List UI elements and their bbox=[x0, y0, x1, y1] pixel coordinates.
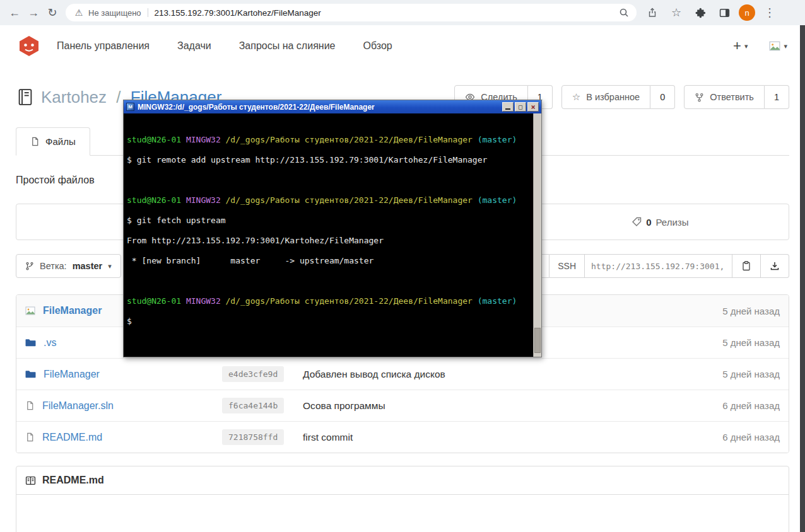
profile-avatar[interactable]: n bbox=[739, 4, 755, 21]
gogs-nav-right: + ▾ ▾ bbox=[733, 38, 787, 54]
security-label: Не защищено bbox=[88, 8, 141, 18]
address-divider bbox=[148, 8, 148, 17]
terminal-command: $ git fetch upstream bbox=[127, 216, 530, 226]
releases-label: Релизы bbox=[656, 217, 689, 228]
terminal-scrollbar[interactable] bbox=[533, 113, 541, 357]
share-icon[interactable] bbox=[643, 3, 662, 22]
file-link[interactable]: README.md bbox=[42, 432, 102, 443]
tag-icon bbox=[632, 217, 642, 227]
file-link[interactable]: FileManager bbox=[44, 369, 100, 380]
zoom-icon[interactable] bbox=[619, 8, 629, 18]
tab-files[interactable]: Файлы bbox=[16, 127, 90, 156]
side-panel-icon[interactable] bbox=[715, 3, 734, 22]
chevron-down-icon: ▾ bbox=[108, 262, 112, 270]
readme-title: README.md bbox=[42, 475, 104, 486]
copy-url-button[interactable] bbox=[732, 254, 761, 278]
star-group: ☆ В избранное 0 bbox=[561, 85, 675, 109]
commit-hash[interactable]: 7218758ffd bbox=[222, 429, 284, 445]
releases-count: 0 bbox=[646, 217, 651, 228]
file-link[interactable]: FileManager.sln bbox=[42, 400, 114, 412]
commit-hash[interactable]: e4de3cfe9d bbox=[222, 366, 284, 382]
clone-url-input[interactable] bbox=[585, 254, 732, 278]
commit-message[interactable]: Осова программы bbox=[303, 400, 385, 411]
restore-icon: □ bbox=[519, 104, 522, 110]
terminal-titlebar[interactable]: M MINGW32:/d/_gogs/Работы студентов/2021… bbox=[124, 100, 541, 113]
refresh-icon[interactable]: ↻ bbox=[43, 3, 62, 22]
forward-icon[interactable]: → bbox=[24, 3, 43, 22]
file-age: 5 дней назад bbox=[722, 337, 780, 348]
download-button[interactable] bbox=[761, 254, 789, 278]
terminal-scrollbar-thumb[interactable] bbox=[534, 328, 541, 353]
nav-issues[interactable]: Задачи bbox=[177, 40, 211, 52]
branch-label: Ветка: bbox=[40, 261, 67, 271]
plus-icon: + bbox=[733, 38, 741, 54]
star-button[interactable]: ☆ В избранное bbox=[561, 85, 650, 109]
terminal-output[interactable]: stud@N26-01 MINGW32 /d/_gogs/Работы студ… bbox=[124, 113, 541, 357]
fork-group: Ответвить 1 bbox=[684, 85, 789, 109]
ssh-protocol-button[interactable]: SSH bbox=[549, 254, 585, 278]
fork-count[interactable]: 1 bbox=[765, 85, 789, 109]
folder-icon bbox=[25, 337, 36, 348]
minimize-icon bbox=[505, 108, 510, 110]
terminal-command: $ git remote add upstream http://213.155… bbox=[127, 155, 530, 165]
star-icon: ☆ bbox=[572, 91, 580, 103]
new-repo-dropdown[interactable]: + ▾ bbox=[733, 38, 748, 54]
commit-message[interactable]: Добавлен вывод списка дисков bbox=[303, 369, 445, 379]
page-scrollbar[interactable] bbox=[800, 25, 805, 532]
readme-header: README.md bbox=[16, 466, 789, 495]
branch-selector[interactable]: Ветка: master ▾ bbox=[16, 254, 121, 278]
table-row: FileManager e4de3cfe9d Добавлен вывод сп… bbox=[16, 358, 789, 390]
file-age: 6 дней назад bbox=[722, 400, 780, 411]
file-link[interactable]: .vs bbox=[44, 337, 56, 349]
browser-menu-icon[interactable]: ⋮ bbox=[760, 3, 779, 22]
nav-pulls[interactable]: Запросы на слияние bbox=[239, 40, 336, 52]
table-row: FileManager.sln f6ca4e144b Осова програм… bbox=[16, 390, 789, 421]
nav-explore[interactable]: Обзор bbox=[363, 40, 392, 52]
terminal-blank-line bbox=[127, 276, 530, 286]
terminal-output-line: * [new branch] master -> upstream/master bbox=[127, 256, 530, 266]
fork-label: Ответвить bbox=[710, 92, 754, 102]
minimize-button[interactable] bbox=[502, 102, 514, 112]
repo-owner-link[interactable]: Kartohez bbox=[41, 88, 107, 107]
commit-message[interactable]: first commit bbox=[303, 432, 353, 442]
releases-stat[interactable]: 0 Релизы bbox=[531, 204, 789, 240]
terminal-prompt-line: stud@N26-01 MINGW32 /d/_gogs/Работы студ… bbox=[127, 296, 530, 306]
table-row: README.md 7218758ffd first commit 6 дней… bbox=[16, 421, 789, 453]
extensions-puzzle-icon[interactable] bbox=[691, 3, 710, 22]
breadcrumb-separator: / bbox=[116, 88, 120, 107]
mingw-terminal-window[interactable]: M MINGW32:/d/_gogs/Работы студентов/2021… bbox=[123, 100, 542, 357]
file-icon bbox=[25, 432, 35, 442]
gogs-logo[interactable] bbox=[18, 35, 40, 57]
terminal-window-controls: □ × bbox=[502, 102, 539, 112]
latest-commit-link[interactable]: FileManager bbox=[43, 305, 102, 316]
fork-icon bbox=[695, 93, 704, 102]
url-text[interactable]: 213.155.192.79:3001/Kartohez/FileManager bbox=[155, 8, 321, 18]
fork-button[interactable]: Ответвить bbox=[684, 85, 765, 109]
committer-avatar-broken-image-icon bbox=[25, 306, 35, 316]
file-icon bbox=[25, 401, 35, 410]
latest-commit-age: 5 дней назад bbox=[722, 306, 780, 316]
user-menu[interactable]: ▾ bbox=[769, 40, 787, 52]
bookmark-star-icon[interactable]: ☆ bbox=[667, 3, 686, 22]
close-icon: × bbox=[531, 103, 535, 111]
warning-icon: ⚠ bbox=[73, 7, 85, 18]
user-avatar-broken-image-icon bbox=[769, 40, 780, 52]
close-button[interactable]: × bbox=[527, 102, 539, 112]
branch-name: master bbox=[73, 261, 103, 271]
restore-button[interactable]: □ bbox=[515, 102, 526, 112]
terminal-title: MINGW32:/d/_gogs/Работы студентов/2021-2… bbox=[138, 103, 375, 112]
folder-icon bbox=[25, 369, 36, 379]
star-label: В избранное bbox=[586, 92, 640, 102]
nav-dashboard[interactable]: Панель управления bbox=[57, 40, 150, 52]
file-age: 5 дней назад bbox=[722, 369, 780, 379]
mingw-icon: M bbox=[126, 103, 134, 111]
commit-hash[interactable]: f6ca4e144b bbox=[222, 398, 284, 413]
address-bar[interactable]: ⚠ Не защищено 213.155.192.79:3001/Kartoh… bbox=[66, 4, 637, 21]
chevron-down-icon: ▾ bbox=[784, 42, 787, 50]
readme-panel: README.md bbox=[16, 466, 789, 532]
chevron-down-icon: ▾ bbox=[744, 42, 748, 50]
readme-book-icon bbox=[25, 475, 36, 486]
terminal-cursor-line: $ bbox=[127, 316, 530, 327]
star-count[interactable]: 0 bbox=[650, 85, 675, 109]
back-icon[interactable]: ← bbox=[5, 3, 24, 22]
